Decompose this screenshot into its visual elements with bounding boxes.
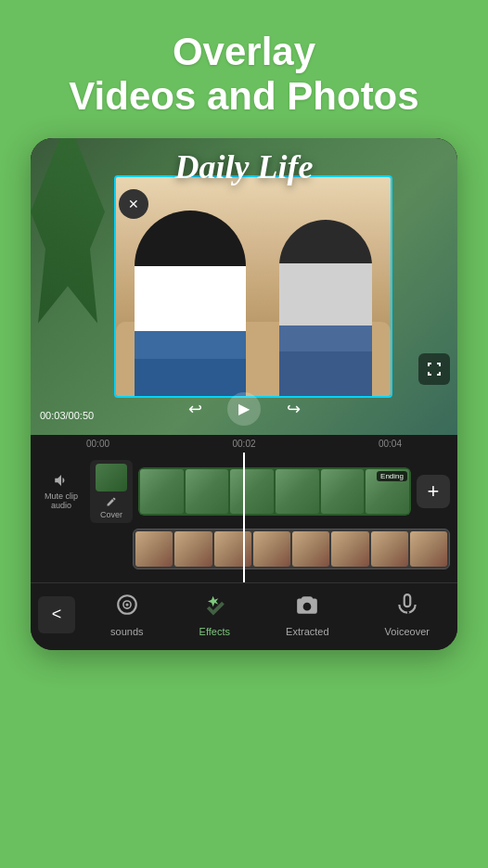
cover-thumbnail [96,464,127,491]
redo-button[interactable]: ↪ [279,395,307,423]
effects-label: Effects [199,626,230,637]
playback-controls: ↩ ▶ ↪ [31,392,457,426]
add-clip-button[interactable]: + [417,475,450,508]
overlay-frame-7 [371,531,408,567]
undo-button[interactable]: ↩ [181,395,209,423]
tool-voiceover[interactable]: Voiceover [378,589,437,641]
extracted-label: Extracted [286,626,328,637]
cover-button[interactable]: Cover [90,460,133,523]
play-button[interactable]: ▶ [227,392,261,426]
time-display: 00:03/00:50 [40,410,94,421]
ruler-mark-1: 00:02 [232,439,255,449]
fullscreen-button[interactable] [418,353,450,385]
clip-frame-2 [186,469,229,514]
ruler-mark-2: 00:04 [379,439,402,449]
mute-clip-button[interactable]: Mute clip audio [38,472,84,510]
phone-card: Daily Life ✕ ↩ ▶ [31,138,457,650]
close-overlay-button[interactable]: ✕ [119,189,148,219]
ending-badge: Ending [377,471,407,481]
timeline-ruler: 00:00 00:02 00:04 [31,435,457,453]
overlay-video[interactable] [114,175,392,398]
overlay-frame-2 [174,531,212,567]
voiceover-label: Voiceover [385,626,430,637]
header: Overlay Videos and Photos [50,0,437,138]
overlay-frame-4 [253,531,290,567]
tool-effects[interactable]: Effects [192,589,238,641]
cover-label: Cover [100,510,122,519]
mute-label: Mute clip audio [38,491,84,510]
page-title: Overlay Videos and Photos [69,30,418,120]
clip-frame-1 [140,469,184,514]
sounds-icon [115,593,139,622]
clip-frame-4 [276,469,319,514]
couple-scene [116,177,391,396]
voiceover-icon [395,593,419,622]
clip-frame-3 [230,469,274,514]
timeline-area: 00:00 00:02 00:04 Mute clip audio [31,435,457,582]
overlay-frame-8 [410,531,447,567]
timeline-tracks: Mute clip audio Cover [31,453,457,582]
extracted-icon [295,593,319,622]
overlay-clip-track[interactable] [133,529,450,569]
video-preview: Daily Life ✕ ↩ ▶ [31,138,457,435]
ruler-mark-0: 00:00 [86,439,109,449]
overlay-frame-6 [331,531,368,567]
back-button[interactable]: < [38,596,75,633]
effects-icon [202,593,226,622]
main-clip-track[interactable]: Ending [138,467,411,516]
svg-marker-0 [208,595,218,606]
clip-frame-5 [321,469,365,514]
overlay-frame-3 [214,531,251,567]
tool-sounds[interactable]: sounds [103,589,150,641]
person-left [135,211,246,396]
sounds-label: sounds [110,626,143,637]
tool-items: sounds Effects Extrac [83,589,457,641]
tool-extracted[interactable]: Extracted [278,589,336,641]
video-title-overlay: Daily Life [31,147,457,186]
overlay-frame-5 [292,531,329,567]
overlay-track-row [31,523,457,575]
person-right [279,220,372,396]
main-track-row: Mute clip audio Cover [31,460,457,523]
bottom-toolbar: < sounds Effects [31,582,457,650]
ruler-marks: 00:00 00:02 00:04 [86,439,402,449]
overlay-frame-1 [135,531,173,567]
clip-segment [138,467,411,516]
